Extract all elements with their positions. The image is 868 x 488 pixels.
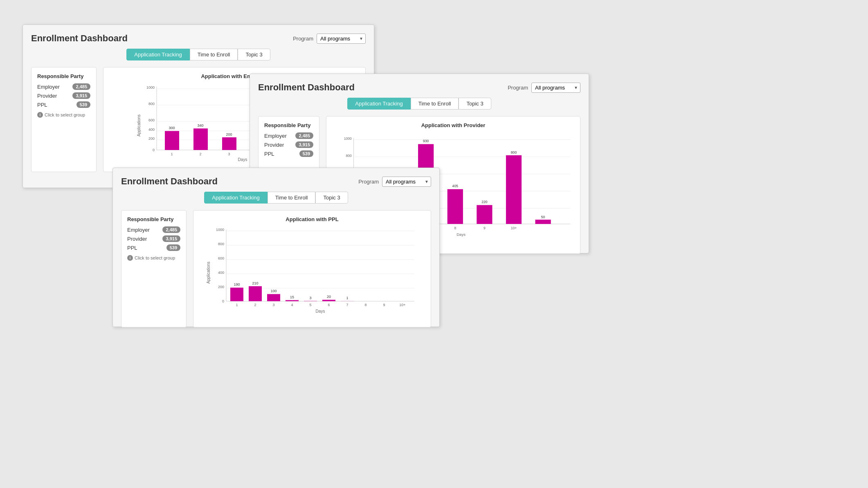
svg-rect-97 <box>322 300 335 302</box>
card1-title: Enrollment Dashboard <box>31 33 128 44</box>
card1-rp-employer-badge: 2,485 <box>72 83 90 90</box>
svg-text:2: 2 <box>254 303 256 307</box>
card3-rp-provider[interactable]: Provider 3,915 <box>127 235 180 242</box>
card3-tab-bar: Application Tracking Time to Enroll Topi… <box>121 192 431 204</box>
svg-text:5: 5 <box>309 303 311 307</box>
svg-rect-94 <box>304 301 317 301</box>
svg-text:6: 6 <box>328 303 330 307</box>
card1-hint-text: Click to select group <box>45 112 85 117</box>
svg-rect-20 <box>222 137 236 150</box>
card1-tab-app-tracking[interactable]: Application Tracking <box>126 49 189 60</box>
card1-rp-provider[interactable]: Provider 3,915 <box>37 92 90 99</box>
card3-rp-ppl-badge: 539 <box>166 244 180 251</box>
card3-rp-employer[interactable]: Employer 2,485 <box>127 226 180 233</box>
svg-rect-59 <box>477 205 492 224</box>
svg-text:200: 200 <box>148 137 155 141</box>
card4-rp-ppl[interactable]: PPL 539 <box>264 150 313 157</box>
card1-rp-employer-label: Employer <box>37 84 60 90</box>
card4-rp-provider-label: Provider <box>264 142 284 148</box>
card1-info-icon: i <box>37 112 43 118</box>
svg-text:Days: Days <box>456 232 465 237</box>
card4-rp-ppl-badge: 539 <box>299 150 313 157</box>
svg-text:930: 930 <box>423 139 429 143</box>
card1-program-selector: Program All programs ▼ <box>293 34 366 44</box>
svg-rect-91 <box>286 300 299 301</box>
svg-text:190: 190 <box>234 282 240 287</box>
card3-tab-time-enroll[interactable]: Time to Enroll <box>268 192 316 204</box>
svg-rect-62 <box>506 155 522 224</box>
card4-rp-employer[interactable]: Employer 2,485 <box>264 132 313 139</box>
card3-dropdown-wrapper[interactable]: All programs ▼ <box>382 177 431 187</box>
card4-rp-provider[interactable]: Provider 3,915 <box>264 141 313 148</box>
svg-rect-85 <box>249 286 262 301</box>
svg-text:3: 3 <box>272 303 274 307</box>
card3-chart-svg: Applications 1000 800 600 400 200 0 <box>199 226 425 320</box>
card3-tab-topic3[interactable]: Topic 3 <box>315 192 348 204</box>
svg-text:Days: Days <box>316 309 325 313</box>
svg-text:Applications: Applications <box>137 114 141 137</box>
svg-rect-17 <box>193 128 208 150</box>
card1-dropdown-wrapper[interactable]: All programs ▼ <box>317 34 366 44</box>
card1-rp-ppl[interactable]: PPL 539 <box>37 101 90 108</box>
svg-text:800: 800 <box>218 242 224 246</box>
svg-text:600: 600 <box>218 256 224 260</box>
svg-text:600: 600 <box>148 118 155 122</box>
svg-text:100: 100 <box>270 289 277 293</box>
svg-text:800: 800 <box>511 150 517 154</box>
card3-program-dropdown[interactable]: All programs <box>382 177 431 187</box>
card4-title: Enrollment Dashboard <box>258 82 355 93</box>
svg-text:Days: Days <box>238 157 247 162</box>
svg-text:1: 1 <box>236 303 238 307</box>
svg-text:15: 15 <box>290 295 294 299</box>
card1-program-dropdown[interactable]: All programs <box>317 34 366 44</box>
card4-tab-app-tracking[interactable]: Application Tracking <box>347 98 410 110</box>
card4-tab-bar: Application Tracking Time to Enroll Topi… <box>258 98 580 110</box>
card1-program-label: Program <box>293 36 313 42</box>
card4-rp-provider-badge: 3,915 <box>295 141 313 148</box>
card1-tab-time-enroll[interactable]: Time to Enroll <box>190 49 238 60</box>
card3-program-selector: Program All programs ▼ <box>358 177 431 187</box>
card3-rp-provider-badge: 3,915 <box>162 235 180 242</box>
svg-text:1000: 1000 <box>146 85 155 90</box>
svg-text:800: 800 <box>148 102 155 106</box>
svg-text:3: 3 <box>309 296 311 300</box>
card3-rp-provider-label: Provider <box>127 236 147 242</box>
card4-program-dropdown[interactable]: All programs <box>531 83 580 93</box>
card3-title: Enrollment Dashboard <box>121 176 218 187</box>
card1-rp-employer[interactable]: Employer 2,485 <box>37 83 90 90</box>
card1-rp-title: Responsible Party <box>37 73 90 79</box>
card4-rp-employer-label: Employer <box>264 133 287 139</box>
card3-rp-employer-badge: 2,485 <box>162 226 180 233</box>
card3-tab-app-tracking[interactable]: Application Tracking <box>204 192 267 204</box>
card4-chart-title: Application with Provider <box>332 122 574 128</box>
svg-text:0: 0 <box>222 299 224 303</box>
card4-rp-title: Responsible Party <box>264 122 313 128</box>
svg-text:200: 200 <box>226 132 232 137</box>
svg-text:400: 400 <box>218 271 224 275</box>
card3-chart: Applications 1000 800 600 400 200 0 <box>199 226 425 321</box>
svg-text:2: 2 <box>199 152 201 156</box>
card1-click-hint: i Click to select group <box>37 112 90 118</box>
svg-text:9: 9 <box>383 303 385 307</box>
card1-rp-ppl-badge: 539 <box>76 101 90 108</box>
card1-rp-ppl-label: PPL <box>37 102 47 108</box>
card4-tab-time-enroll[interactable]: Time to Enroll <box>411 98 459 110</box>
card1-rp-provider-badge: 3,915 <box>72 92 90 99</box>
svg-text:1: 1 <box>346 296 348 300</box>
svg-text:10+: 10+ <box>399 303 405 307</box>
svg-text:10+: 10+ <box>511 226 517 230</box>
svg-text:800: 800 <box>346 154 352 158</box>
svg-text:Applications: Applications <box>206 262 211 284</box>
card3-body: Responsible Party Employer 2,485 Provide… <box>121 210 431 327</box>
card1-responsible-party-panel: Responsible Party Employer 2,485 Provide… <box>31 67 97 172</box>
card3-rp-ppl[interactable]: PPL 539 <box>127 244 180 251</box>
card3-chart-title: Application with PPL <box>199 216 425 222</box>
card1-tab-bar: Application Tracking Time to Enroll Topi… <box>31 49 366 60</box>
card4-dropdown-wrapper[interactable]: All programs ▼ <box>531 83 580 93</box>
svg-text:220: 220 <box>481 200 488 204</box>
card4-program-label: Program <box>508 85 528 91</box>
card3-click-hint: i Click to select group <box>127 255 180 261</box>
svg-text:405: 405 <box>452 184 459 188</box>
card1-tab-topic3[interactable]: Topic 3 <box>238 49 270 60</box>
card4-tab-topic3[interactable]: Topic 3 <box>459 98 491 110</box>
